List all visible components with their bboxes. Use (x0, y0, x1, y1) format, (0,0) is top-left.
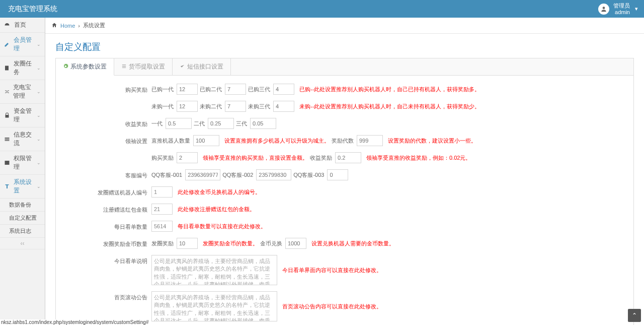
input-leader-buy[interactable] (177, 152, 198, 163)
breadcrumb: Home › 系统设置 (45, 18, 644, 34)
sidebar-item-task[interactable]: 发圈任务⌄ (0, 56, 45, 80)
sidebar-item-member[interactable]: 会员管理⌄ (0, 33, 45, 56)
avatar-icon (598, 4, 609, 15)
label-today-desc: 今日看单说明 (56, 255, 151, 265)
scroll-top-button[interactable]: ⌃ (628, 309, 641, 322)
chevron-down-icon: ⌄ (37, 160, 41, 165)
label-reg-bonus: 注册赠送红包金额 (56, 204, 151, 214)
sidebar-item-home[interactable]: 首页 (0, 18, 45, 33)
sidebar: 首页 会员管理⌄ 发圈任务⌄ 充电宝管理⌄ 资金管理⌄ 信息交流⌄ 权限管理⌄ … (0, 18, 45, 325)
tab-sms[interactable]: 短信接口设置 (173, 58, 231, 75)
brand: 充电宝管理系统 (5, 5, 57, 14)
sidebar-sub-backup[interactable]: 数据备份 (0, 199, 45, 212)
input-gift-robot[interactable] (151, 186, 173, 198)
label-income: 收益奖励 (56, 118, 151, 128)
stack-icon (4, 136, 11, 142)
terminal-icon (4, 160, 11, 166)
input-buy-g1[interactable] (177, 84, 198, 95)
form-body: 购买奖励 已购一代 已购二代 已购三代 已购--此处设置推荐别人购买机器人时，自… (56, 76, 633, 325)
sidebar-item-charger[interactable]: 充电宝管理⌄ (0, 80, 45, 104)
breadcrumb-home[interactable]: Home (60, 23, 75, 29)
sidebar-collapse-icon[interactable]: ‹‹ (0, 238, 45, 249)
input-leader-gen[interactable] (357, 135, 383, 146)
input-income-g1[interactable] (166, 118, 192, 129)
brand-text: 充电宝管理系统 (8, 5, 57, 14)
home-icon (51, 22, 57, 29)
edit-icon (4, 41, 11, 47)
main-content: Home › 系统设置 自定义配置 系统参数设置 货币提取设置 短信接口设置 购… (45, 18, 644, 325)
label-gift-robot: 发圈赠送机器人编号 (56, 186, 151, 197)
page-title: 自定义配置 (45, 34, 644, 58)
chevron-down-icon: ⌄ (37, 184, 41, 189)
book-icon (4, 65, 11, 71)
input-buy-g3[interactable] (273, 84, 294, 95)
textarea-today-desc[interactable] (151, 255, 277, 285)
user-name: admin (613, 9, 630, 15)
sidebar-item-message[interactable]: 信息交流⌄ (0, 127, 45, 151)
hint-nobuy: 未购--此处设置推荐别人购买机器人时，自己未持有机器人，获得奖励少。 (299, 103, 480, 110)
label-buy-reward: 购买奖励 (56, 84, 151, 94)
input-qq3[interactable] (327, 169, 348, 180)
sidebar-sub-log[interactable]: 系统日志 (0, 225, 45, 238)
tab-currency[interactable]: 货币提取设置 (114, 58, 173, 75)
status-url: nksz.iahbs1.com/index.php/systemlogined/… (0, 319, 149, 325)
input-coin-reward[interactable] (177, 238, 198, 249)
label-qq: 客服编号 (56, 169, 151, 179)
tab-system-params[interactable]: 系统参数设置 (56, 58, 114, 76)
sidebar-sub-config[interactable]: 自定义配置 (0, 212, 45, 225)
chevron-down-icon[interactable]: ▾ (634, 0, 639, 18)
dashboard-icon (4, 22, 11, 28)
label-scroll-notice: 首页滚动公告 (56, 291, 151, 301)
input-income-g2[interactable] (208, 118, 234, 129)
tabs: 系统参数设置 货币提取设置 短信接口设置 (56, 58, 633, 76)
chevron-down-icon: ⌄ (37, 42, 41, 47)
input-coin-exchange[interactable] (285, 238, 306, 249)
textarea-scroll-notice[interactable] (151, 291, 277, 321)
input-buy-g2[interactable] (225, 84, 246, 95)
input-leader-income[interactable] (335, 152, 361, 163)
sidebar-item-system[interactable]: 系统设置⌄ (0, 175, 45, 199)
svg-point-0 (603, 7, 605, 9)
input-nobuy-g3[interactable] (273, 101, 294, 112)
settings-panel: 系统参数设置 货币提取设置 短信接口设置 购买奖励 已购一代 已购二代 已购三代… (55, 58, 634, 325)
input-nobuy-g2[interactable] (225, 101, 246, 112)
list-icon (121, 63, 127, 71)
input-income-g3[interactable] (250, 118, 276, 129)
input-daily[interactable] (151, 221, 173, 232)
lock-icon (4, 112, 11, 118)
chevron-down-icon: ⌄ (37, 89, 41, 94)
sidebar-item-auth[interactable]: 权限管理⌄ (0, 151, 45, 175)
input-qq1[interactable] (185, 169, 220, 180)
text-icon (4, 183, 11, 189)
input-leader-count[interactable] (193, 135, 219, 146)
chevron-down-icon: ⌄ (37, 66, 41, 71)
label-coin: 发圈奖励金币数量 (56, 238, 151, 248)
hint-buy: 已购--此处设置推荐别人购买机器人时，自己已持有机器人，获得奖励多。 (299, 86, 480, 93)
input-nobuy-g1[interactable] (177, 101, 198, 112)
topbar: 充电宝管理系统 管理员 admin ▾ (0, 0, 644, 18)
random-icon (4, 89, 10, 95)
gear-icon (63, 63, 68, 71)
chevron-down-icon: ⌄ (37, 113, 41, 118)
label-leader: 领袖设置 (56, 135, 151, 145)
chevron-up-icon: ⌃ (632, 312, 637, 319)
input-qq2[interactable] (256, 169, 291, 180)
breadcrumb-current: 系统设置 (83, 22, 105, 29)
chevron-down-icon: ⌄ (37, 137, 41, 142)
check-icon (180, 63, 185, 71)
user-role: 管理员 (613, 3, 630, 9)
sidebar-item-fund[interactable]: 资金管理⌄ (0, 104, 45, 127)
label-daily: 每日看单数量 (56, 221, 151, 231)
input-reg-bonus[interactable] (151, 204, 173, 215)
user-area[interactable]: 管理员 admin ▾ (598, 0, 639, 18)
